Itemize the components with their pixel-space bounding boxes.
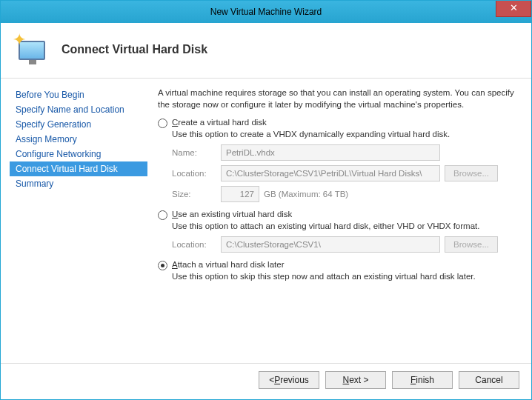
location-field: C:\ClusterStorage\CSV1\PetriDL\Virtual H… xyxy=(221,165,440,181)
size-field: 127 xyxy=(221,186,259,202)
browse-button-create: Browse... xyxy=(445,165,498,181)
close-button[interactable]: ✕ xyxy=(496,1,531,17)
radio-create-label: Create a virtual hard disk xyxy=(172,118,267,127)
step-assign-memory[interactable]: Assign Memory xyxy=(10,132,147,147)
page-title: Connect Virtual Hard Disk xyxy=(61,43,207,56)
wizard-icon: ✦ xyxy=(14,32,50,67)
step-before-you-begin[interactable]: Before You Begin xyxy=(10,87,147,102)
browse-button-existing: Browse... xyxy=(445,236,498,253)
finish-button[interactable]: Finish xyxy=(392,371,453,389)
radio-attach-later[interactable] xyxy=(158,261,167,270)
existing-location-field: C:\ClusterStorage\CSV1\ xyxy=(221,236,440,253)
size-suffix: GB (Maximum: 64 TB) xyxy=(264,190,348,199)
step-specify-generation[interactable]: Specify Generation xyxy=(10,117,147,132)
wizard-footer: < Previous Next > Finish Cancel xyxy=(1,363,531,399)
option-existing-vhd: Use an existing virtual hard disk Use th… xyxy=(158,210,519,253)
step-connect-vhd[interactable]: Connect Virtual Hard Disk xyxy=(10,161,147,176)
intro-text: A virtual machine requires storage so th… xyxy=(158,87,519,110)
name-label: Name: xyxy=(172,148,216,157)
location-label: Location: xyxy=(172,169,216,178)
step-summary[interactable]: Summary xyxy=(10,176,147,191)
wizard-content: A virtual machine requires storage so th… xyxy=(153,84,522,363)
cancel-button[interactable]: Cancel xyxy=(459,371,519,389)
name-field: PetriDL.vhdx xyxy=(221,144,440,161)
option-create-vhd: Create a virtual hard disk Use this opti… xyxy=(158,118,519,202)
window-title: New Virtual Machine Wizard xyxy=(1,7,531,17)
radio-later-label: Attach a virtual hard disk later xyxy=(172,260,285,269)
size-label: Size: xyxy=(172,190,216,199)
title-bar: New Virtual Machine Wizard ✕ xyxy=(1,1,531,23)
step-specify-name[interactable]: Specify Name and Location xyxy=(10,102,147,117)
hint-later: Use this option to skip this step now an… xyxy=(172,272,519,281)
wizard-steps: Before You Begin Specify Name and Locati… xyxy=(10,84,147,363)
existing-location-label: Location: xyxy=(172,240,216,249)
radio-existing-vhd[interactable] xyxy=(158,210,167,220)
previous-button[interactable]: < Previous xyxy=(259,371,319,389)
radio-existing-label: Use an existing virtual hard disk xyxy=(172,210,292,219)
next-button[interactable]: Next > xyxy=(325,371,386,389)
hint-existing: Use this option to attach an existing vi… xyxy=(172,221,519,230)
step-configure-networking[interactable]: Configure Networking xyxy=(10,147,147,161)
radio-create-vhd[interactable] xyxy=(158,119,167,128)
hint-create: Use this option to create a VHDX dynamic… xyxy=(172,130,519,139)
wizard-header: ✦ Connect Virtual Hard Disk xyxy=(1,23,531,79)
option-attach-later: Attach a virtual hard disk later Use thi… xyxy=(158,260,519,281)
